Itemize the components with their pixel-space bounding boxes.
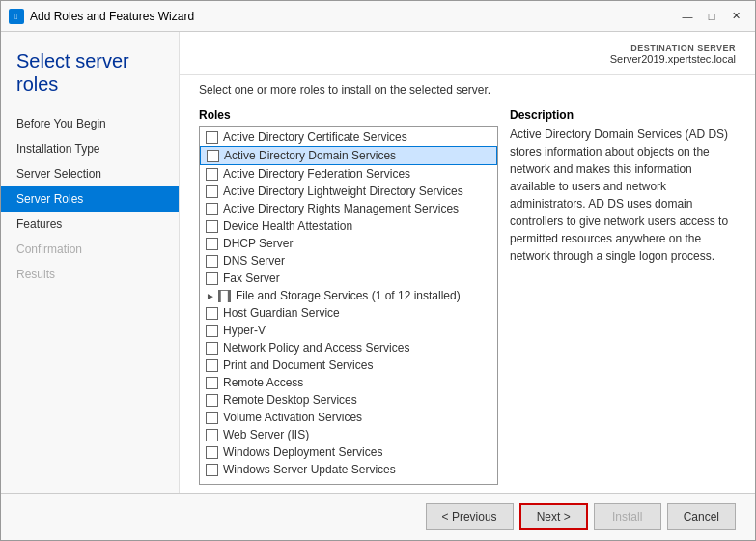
list-item[interactable]: Volume Activation Services bbox=[200, 409, 497, 426]
main-header: DESTINATION SERVER Server2019.xpertstec.… bbox=[180, 32, 755, 75]
list-item[interactable]: Web Server (IIS) bbox=[200, 426, 497, 443]
role-label-ad-domain: Active Directory Domain Services bbox=[224, 149, 396, 162]
role-label-print-doc: Print and Document Services bbox=[223, 358, 373, 372]
list-item[interactable]: Network Policy and Access Services bbox=[200, 339, 497, 356]
nav-menu: Before You Begin Installation Type Serve… bbox=[1, 111, 179, 287]
list-item[interactable]: Remote Access bbox=[200, 374, 497, 391]
main-content-area: DESTINATION SERVER Server2019.xpertstec.… bbox=[180, 32, 755, 493]
role-checkbox-dhcp[interactable] bbox=[206, 238, 218, 250]
role-label-win-update: Windows Server Update Services bbox=[223, 463, 396, 476]
body-area: Roles Active Directory Certificate Servi… bbox=[180, 100, 755, 493]
roles-list-container[interactable]: Active Directory Certificate Services Ac… bbox=[199, 126, 498, 485]
install-button: Install bbox=[594, 503, 661, 530]
role-checkbox-hyper-v[interactable] bbox=[206, 325, 218, 337]
roles-panel: Roles Active Directory Certificate Servi… bbox=[199, 108, 498, 485]
minimize-button[interactable]: — bbox=[676, 7, 699, 26]
list-item[interactable]: DHCP Server bbox=[200, 235, 497, 252]
description-panel-header: Description bbox=[510, 108, 736, 122]
role-checkbox-host-guardian[interactable] bbox=[206, 307, 218, 320]
role-label-fax: Fax Server bbox=[223, 271, 280, 285]
roles-panel-header: Roles bbox=[199, 108, 498, 122]
role-label-hyper-v: Hyper-V bbox=[223, 324, 266, 337]
role-label-network-policy: Network Policy and Access Services bbox=[223, 341, 409, 355]
title-bar:  Add Roles and Features Wizard — □ ✕ bbox=[1, 1, 755, 32]
role-label-dhcp: DHCP Server bbox=[223, 237, 293, 250]
sidebar-item-server-roles[interactable]: Server Roles bbox=[1, 186, 179, 212]
content-area: Select server roles Before You Begin Ins… bbox=[1, 32, 755, 493]
sidebar-item-features[interactable]: Features bbox=[1, 212, 179, 237]
sidebar-item-server-selection[interactable]: Server Selection bbox=[1, 161, 179, 186]
sidebar-item-confirmation: Confirmation bbox=[1, 237, 179, 262]
role-label-web-server: Web Server (IIS) bbox=[223, 428, 309, 441]
role-label-remote-access: Remote Access bbox=[223, 376, 303, 389]
role-label-remote-desktop: Remote Desktop Services bbox=[223, 393, 357, 407]
close-button[interactable]: ✕ bbox=[724, 7, 747, 26]
expand-icon: ► bbox=[206, 291, 215, 301]
role-label-host-guardian: Host Guardian Service bbox=[223, 306, 340, 320]
app-icon:  bbox=[9, 9, 24, 24]
list-item[interactable]: Active Directory Certificate Services bbox=[200, 128, 497, 146]
role-checkbox-file-storage[interactable]: █ bbox=[218, 290, 231, 302]
list-item[interactable]: ► █ File and Storage Services (1 of 12 i… bbox=[200, 287, 497, 304]
role-label-file-storage: File and Storage Services (1 of 12 insta… bbox=[236, 289, 461, 302]
role-checkbox-ad-lightweight[interactable] bbox=[206, 185, 218, 198]
description-panel: Description Active Directory Domain Serv… bbox=[510, 108, 736, 485]
role-label-ad-rights: Active Directory Rights Management Servi… bbox=[223, 202, 459, 215]
role-checkbox-ad-federation[interactable] bbox=[206, 168, 218, 181]
page-title: Select server roles bbox=[1, 32, 179, 107]
list-item[interactable]: Active Directory Federation Services bbox=[200, 165, 497, 183]
list-item[interactable]: Device Health Attestation bbox=[200, 217, 497, 235]
role-checkbox-win-deployment[interactable] bbox=[206, 446, 218, 459]
list-item[interactable]: Active Directory Domain Services bbox=[200, 146, 497, 165]
window-title: Add Roles and Features Wizard bbox=[30, 10, 676, 23]
list-item[interactable]: DNS Server bbox=[200, 252, 497, 270]
sidebar-item-before-you-begin[interactable]: Before You Begin bbox=[1, 111, 179, 136]
role-label-ad-lightweight: Active Directory Lightweight Directory S… bbox=[223, 185, 463, 198]
role-checkbox-ad-cert[interactable] bbox=[206, 131, 218, 144]
list-item[interactable]: Print and Document Services bbox=[200, 356, 497, 374]
role-label-dns: DNS Server bbox=[223, 254, 285, 268]
role-label-ad-federation: Active Directory Federation Services bbox=[223, 167, 410, 181]
role-checkbox-network-policy[interactable] bbox=[206, 342, 218, 355]
main-window:  Add Roles and Features Wizard — □ ✕ Se… bbox=[0, 0, 756, 541]
instruction-text: Select one or more roles to install on t… bbox=[180, 75, 755, 100]
role-checkbox-win-update[interactable] bbox=[206, 464, 218, 476]
destination-info: DESTINATION SERVER Server2019.xpertstec.… bbox=[199, 43, 736, 65]
next-button[interactable]: Next > bbox=[519, 503, 588, 530]
role-checkbox-ad-rights[interactable] bbox=[206, 203, 218, 215]
sidebar-item-installation-type[interactable]: Installation Type bbox=[1, 136, 179, 161]
list-item[interactable]: Active Directory Rights Management Servi… bbox=[200, 200, 497, 217]
role-checkbox-volume-activation[interactable] bbox=[206, 412, 218, 424]
list-item[interactable]: Fax Server bbox=[200, 270, 497, 287]
maximize-button[interactable]: □ bbox=[700, 7, 723, 26]
role-checkbox-web-server[interactable] bbox=[206, 429, 218, 441]
role-label-win-deployment: Windows Deployment Services bbox=[223, 445, 382, 459]
role-checkbox-print-doc[interactable] bbox=[206, 359, 218, 372]
destination-server: Server2019.xpertstec.local bbox=[610, 53, 736, 65]
list-item[interactable]: Windows Deployment Services bbox=[200, 443, 497, 461]
list-item[interactable]: Active Directory Lightweight Directory S… bbox=[200, 183, 497, 200]
role-checkbox-remote-desktop[interactable] bbox=[206, 394, 218, 407]
roles-list: Active Directory Certificate Services Ac… bbox=[200, 127, 497, 480]
sidebar: Select server roles Before You Begin Ins… bbox=[1, 32, 180, 493]
role-checkbox-device-health[interactable] bbox=[206, 220, 218, 233]
description-text: Active Directory Domain Services (AD DS)… bbox=[510, 126, 736, 265]
window-controls: — □ ✕ bbox=[676, 7, 747, 26]
destination-label: DESTINATION SERVER bbox=[199, 43, 736, 53]
list-item[interactable]: Hyper-V bbox=[200, 322, 497, 339]
footer: < Previous Next > Install Cancel bbox=[1, 493, 755, 540]
role-checkbox-ad-domain[interactable] bbox=[207, 150, 219, 162]
list-item[interactable]: Remote Desktop Services bbox=[200, 391, 497, 409]
role-checkbox-fax[interactable] bbox=[206, 272, 218, 285]
role-label-ad-cert: Active Directory Certificate Services bbox=[223, 130, 407, 144]
role-label-volume-activation: Volume Activation Services bbox=[223, 411, 362, 424]
list-item[interactable]: Host Guardian Service bbox=[200, 304, 497, 322]
role-label-device-health: Device Health Attestation bbox=[223, 219, 352, 233]
cancel-button[interactable]: Cancel bbox=[667, 503, 736, 530]
previous-button[interactable]: < Previous bbox=[426, 503, 514, 530]
role-checkbox-dns[interactable] bbox=[206, 255, 218, 268]
list-item[interactable]: Windows Server Update Services bbox=[200, 461, 497, 478]
role-checkbox-remote-access[interactable] bbox=[206, 377, 218, 389]
sidebar-item-results: Results bbox=[1, 262, 179, 287]
